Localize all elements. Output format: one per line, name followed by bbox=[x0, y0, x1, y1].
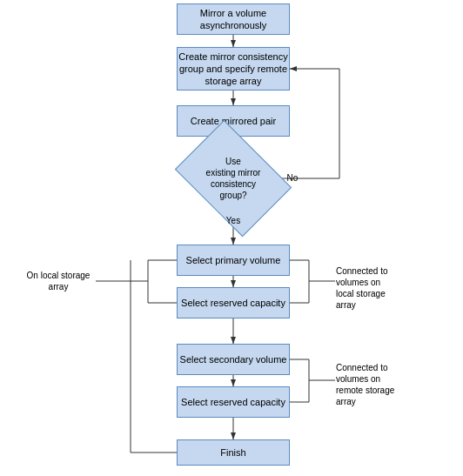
diamond-label: Use existing mirror consistency group? bbox=[194, 156, 272, 201]
connected-local-label: Connected to volumes on local storage ar… bbox=[336, 265, 406, 311]
no-label: No bbox=[284, 172, 301, 184]
diamond-wrapper: Use existing mirror consistency group? bbox=[185, 144, 281, 213]
finish-box: Finish bbox=[177, 439, 290, 466]
connected-remote-label: Connected to volumes on remote storage a… bbox=[336, 362, 406, 407]
create-mirror-group-box: Create mirror consistency group and spec… bbox=[177, 47, 290, 91]
select-secondary-box: Select secondary volume bbox=[177, 344, 290, 375]
on-local-label: On local storage array bbox=[24, 270, 92, 292]
select-primary-box: Select primary volume bbox=[177, 245, 290, 276]
yes-label: Yes bbox=[225, 215, 242, 226]
mirror-vol-box: Mirror a volume asynchronously bbox=[177, 3, 290, 35]
select-reserved-2-box: Select reserved capacity bbox=[177, 386, 290, 418]
flowchart-diagram: Mirror a volume asynchronously Create mi… bbox=[0, 0, 463, 476]
select-reserved-1-box: Select reserved capacity bbox=[177, 287, 290, 318]
